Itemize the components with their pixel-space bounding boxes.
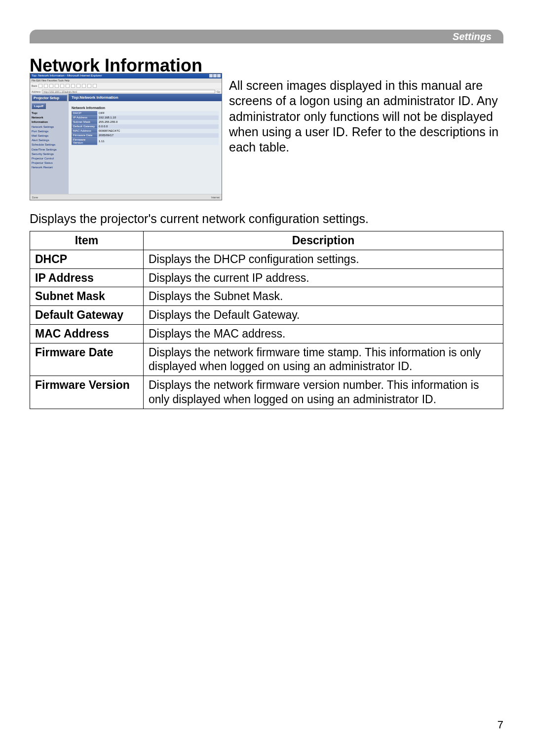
sidebar-item-network: Network <box>32 115 67 120</box>
table-row: Subnet Mask Displays the Subnet Mask. <box>30 287 503 306</box>
window-buttons <box>209 74 221 77</box>
ss-row-mac: MAC Address000087AEC47C <box>72 129 219 133</box>
page-number: 7 <box>497 718 503 731</box>
address-label: Address <box>32 90 40 93</box>
browser-address-bar: Address http://192.168.1.10/admin.html G… <box>30 89 222 94</box>
back-label: Back <box>32 84 37 87</box>
sidebar-item-projector-status: Projector Status <box>32 161 67 165</box>
cell-desc: Displays the network firmware time stamp… <box>144 343 503 376</box>
table-row: MAC Address Displays the MAC address. <box>30 324 503 343</box>
cell-item: DHCP <box>30 250 144 268</box>
header-tab-label: Settings <box>453 31 492 42</box>
mail-icon <box>87 84 91 88</box>
status-right: Internet <box>211 196 220 199</box>
sidebar-item-alert-settings: Alert Settings <box>32 138 67 143</box>
back-icon <box>38 84 42 88</box>
cell-desc: Displays the current IP address. <box>144 268 503 287</box>
cell-desc: Displays the MAC address. <box>144 324 503 343</box>
cell-item: Firmware Date <box>30 343 144 376</box>
table-caption: Displays the projector's current network… <box>30 211 503 227</box>
media-icon <box>76 84 80 88</box>
intro-paragraph: All screen images displayed in this manu… <box>229 78 503 155</box>
home-icon <box>60 84 64 88</box>
cell-desc: Displays the network firmware version nu… <box>144 376 503 409</box>
cell-item: Firmware Version <box>30 376 144 409</box>
cell-item: IP Address <box>30 268 144 287</box>
forward-icon <box>44 84 48 88</box>
sidebar-item-schedule-settings: Schedule Settings <box>32 143 67 147</box>
table-header-row: Item Description <box>30 231 503 250</box>
sidebar-item-port-settings: Port Settings <box>32 129 67 134</box>
ss-row-fwver: Firmware Version1.11 <box>72 138 219 145</box>
address-input: http://192.168.1.10/admin.html <box>42 90 215 93</box>
table-row: Firmware Version Displays the network fi… <box>30 376 503 409</box>
sidebar-item-network-restart: Network Restart <box>32 165 67 170</box>
table-row: Default Gateway Displays the Default Gat… <box>30 306 503 325</box>
browser-menubar: File Edit View Favorites Tools Help <box>30 78 222 83</box>
sidebar-item-security-settings: Security Settings <box>32 152 67 156</box>
cell-desc: Displays the Subnet Mask. <box>144 287 503 306</box>
favorites-icon <box>71 84 75 88</box>
ss-row-fwdate: Firmware Date2005/09/17 <box>72 133 219 138</box>
minimize-icon <box>209 74 213 77</box>
screenshot-subtitle: Network Information <box>72 106 219 110</box>
maximize-icon <box>213 74 217 77</box>
header-desc: Description <box>144 231 503 250</box>
logoff-button: Logoff <box>32 103 46 109</box>
close-icon <box>217 74 221 77</box>
sidebar-title: Projector Setup <box>32 95 67 101</box>
window-titlebar: Top: Network Information - Microsoft Int… <box>30 74 222 78</box>
sidebar-item-mail-settings: Mail Settings <box>32 134 67 138</box>
sidebar-item-projector-control: Projector Control <box>32 156 67 161</box>
header-item: Item <box>30 231 144 250</box>
embedded-screenshot: Top: Network Information - Microsoft Int… <box>30 73 222 200</box>
page-header-bar: Settings <box>30 30 503 43</box>
table-row: Firmware Date Displays the network firmw… <box>30 343 503 376</box>
cell-item: Default Gateway <box>30 306 144 325</box>
sidebar-item-top: Top: <box>32 111 67 115</box>
cell-desc: Displays the Default Gateway. <box>144 306 503 325</box>
stop-icon <box>49 84 53 88</box>
ss-row-dhcp: DHCPOFF <box>72 111 219 115</box>
go-icon: Go <box>217 90 220 93</box>
window-title: Top: Network Information - Microsoft Int… <box>32 74 102 77</box>
cell-item: MAC Address <box>30 324 144 343</box>
search-icon <box>66 84 70 88</box>
browser-toolbar: Back <box>30 83 222 89</box>
browser-status-bar: Done Internet <box>30 194 222 200</box>
ss-row-ip: IP Address192.168.1.10 <box>72 115 219 120</box>
cell-item: Subnet Mask <box>30 287 144 306</box>
screenshot-main-header: Top:Network Information <box>69 94 222 101</box>
history-icon <box>82 84 86 88</box>
screenshot-main: Top:Network Information Network Informat… <box>69 94 222 194</box>
status-left: Done <box>32 196 38 199</box>
sidebar-item-information: Information <box>32 120 67 124</box>
refresh-icon <box>55 84 59 88</box>
ss-row-subnet: Subnet Mask255.255.255.0 <box>72 120 219 124</box>
screenshot-sidebar: Projector Setup Logoff Top: Network Info… <box>30 94 69 194</box>
table-row: IP Address Displays the current IP addre… <box>30 268 503 287</box>
print-icon <box>93 84 97 88</box>
cell-desc: Displays the DHCP configuration settings… <box>144 250 503 268</box>
sidebar-item-network-settings: Network Settings <box>32 125 67 129</box>
table-row: DHCP Displays the DHCP configuration set… <box>30 250 503 268</box>
sidebar-item-datetime-settings: Date/Time Settings <box>32 148 67 152</box>
screenshot-info-table: DHCPOFF IP Address192.168.1.10 Subnet Ma… <box>72 111 219 145</box>
ss-row-gateway: Default Gateway0.0.0.0 <box>72 124 219 129</box>
description-table: Item Description DHCP Displays the DHCP … <box>30 231 503 409</box>
